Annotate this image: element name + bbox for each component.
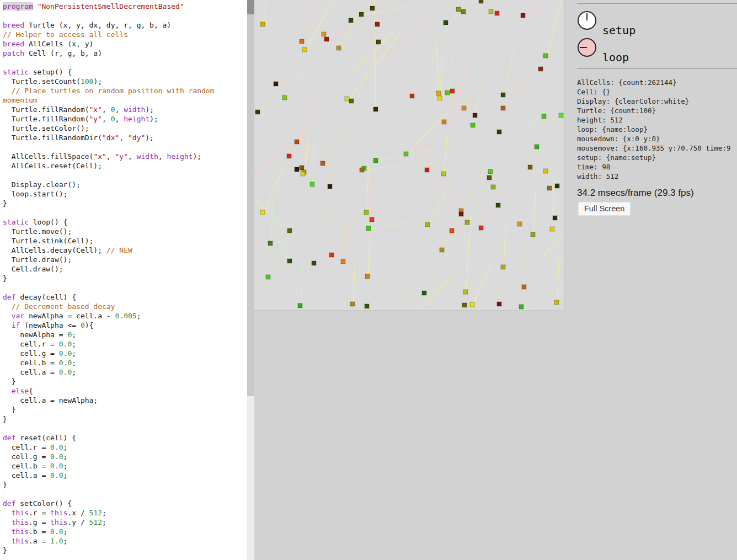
status-line: mousedown: {x:0 y:0} [577,134,737,143]
trail-line [367,166,368,213]
status-line: height: 512 [577,115,737,125]
code-line: Turtle.stink(Cell); [3,236,247,246]
turtle-square [376,40,381,44]
turtle-square [487,175,492,180]
turtle-square [488,169,493,174]
trail-line [277,61,298,84]
trail-line [307,0,336,49]
code-line: // Helper to access all cells [3,30,247,39]
code-line [3,170,247,180]
turtle-square [450,228,454,233]
status-line: Display: {clearColor:white} [577,97,737,106]
turtle-square [310,182,314,186]
code-line: cell.r = 0.0; [3,339,247,349]
code-editor[interactable]: program "NonPersistentSmellDecrementBase… [0,0,247,560]
panel-divider-bottom [577,68,737,69]
code-line: static setup() { [3,67,247,77]
turtle-square [521,13,525,18]
turtle-square [559,113,563,118]
turtle-square [554,300,559,305]
trail-line [368,232,370,277]
turtle-square [300,166,304,170]
turtle-square [463,290,468,294]
scrollbar-track[interactable] [247,0,254,396]
code-line: loop.start(); [3,189,247,199]
turtle-square [538,67,543,71]
code-line: AllCells.decay(Cell); // NEW [3,246,247,255]
turtle-square [465,220,469,225]
scrollbar-thumb[interactable] [247,0,254,14]
code-line: momentum [3,95,247,105]
turtle-square [268,241,273,246]
code-line: Turtle.fillRandomDir("dx", "dy"); [3,133,247,142]
trail-line [468,188,486,223]
panel-divider-top [577,3,737,4]
trail-line [436,44,439,94]
trail-line [341,4,362,48]
turtle-square [496,203,500,207]
trail-line [387,55,413,97]
code-line [3,142,247,152]
clock-hand-icon [586,13,588,20]
code-line: } [3,414,247,424]
turtle-square [370,6,375,10]
performance-readout: 34.2 msecs/frame (29.3 fps) [577,188,694,199]
turtle-square [328,184,332,189]
trail-line [448,52,453,93]
code-line: AllCells.reset(Cell); [3,161,247,170]
turtle-square [519,305,524,309]
trail-line [475,33,519,72]
trail-line [473,265,492,305]
canvas-svg[interactable] [254,0,564,310]
turtle-square [329,253,334,257]
code-line: } [3,377,247,386]
turtle-square [404,152,408,156]
code-line: if (newAlpha <= 0){ [3,321,247,330]
code-line: Turtle.move(); [3,227,247,236]
status-line: time: 98 [577,162,737,172]
trail-line [344,215,345,262]
turtle-square [456,7,461,12]
simulation-canvas[interactable] [254,0,565,311]
trail-line [458,88,476,116]
code-line: static loop() { [3,217,247,227]
turtle-square [517,222,522,226]
trail-line [265,0,265,24]
trail-line [497,55,519,88]
code-line: this.g = this.y / 512; [3,518,247,527]
turtle-square [349,99,354,103]
turtle-square [365,274,370,279]
trail-line [428,182,451,225]
status-line: setup: {name:setup} [577,153,737,162]
turtle-square [282,95,287,100]
code-line: cell.a = newAlpha; [3,396,247,405]
turtle-square [359,12,364,17]
turtle-square [321,161,325,166]
turtle-square [442,120,446,124]
turtle-square [470,302,474,307]
code-line [3,11,247,20]
turtle-square [441,172,446,176]
trail-line [381,17,431,61]
trail-line [291,182,309,231]
turtle-square [437,96,442,100]
turtle-square [542,114,546,119]
turtle-square [322,32,326,36]
trail-line [458,132,486,166]
editor-scrollbar[interactable] [247,0,254,560]
turtle-square [501,93,505,97]
code-line: } [3,274,247,283]
trail-line [553,182,554,230]
fullscreen-button[interactable]: Full Screen [578,202,631,216]
loop-button[interactable] [578,38,596,57]
status-list: AllCells: {count:262144}Cell: {}Display:… [577,78,737,181]
status-line: AllCells: {count:262144} [577,78,737,87]
turtle-square [287,228,292,233]
turtle-square [479,0,483,3]
trail-line [525,243,527,287]
setup-button[interactable] [578,11,596,30]
trail-line [348,33,400,99]
turtle-square [365,304,369,308]
code-line: def decay(cell) { [3,292,247,302]
code-line: Turtle.setColor(); [3,124,247,133]
